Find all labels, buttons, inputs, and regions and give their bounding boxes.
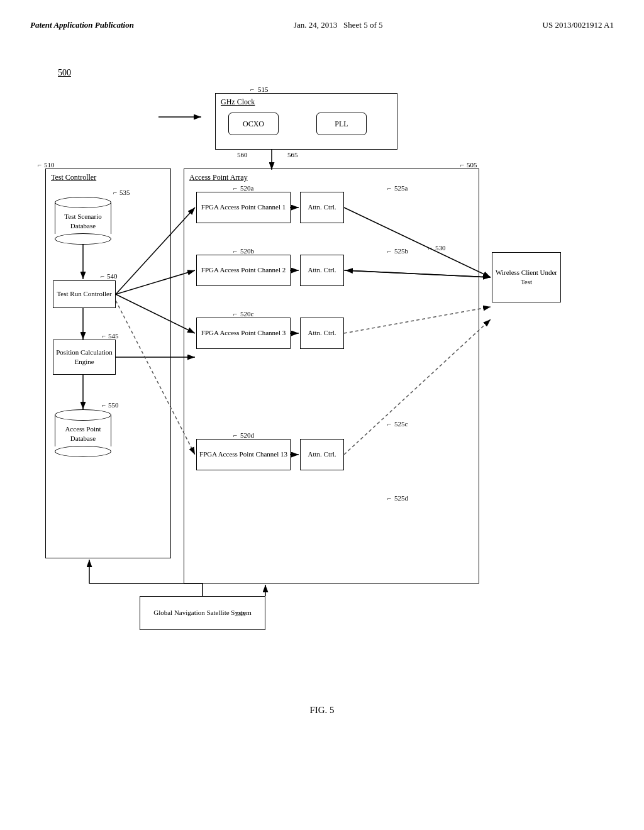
cyl-bottom-1 bbox=[55, 233, 111, 245]
header-left: Patent Application Publication bbox=[30, 20, 134, 30]
fpga-ch13-box: FPGA Access Point Channel 13 bbox=[196, 439, 291, 470]
test-run-controller-box: Test Run Controller bbox=[53, 280, 116, 308]
ref-540: 540 bbox=[107, 272, 118, 280]
ref-535: 535 bbox=[119, 189, 130, 196]
attn-ctrl-d-box: Attn. Ctrl. bbox=[300, 439, 344, 470]
cyl-top-2 bbox=[55, 409, 111, 421]
ref-550-brace: ⌐ bbox=[102, 401, 106, 409]
ghz-clock-box: GHz Clock OCXO PLL bbox=[215, 93, 397, 150]
ref-525a: 525a bbox=[394, 184, 408, 192]
ref-550: 550 bbox=[108, 401, 119, 409]
cyl-bottom-2 bbox=[55, 446, 111, 457]
wireless-client-box: Wireless Client Under Test bbox=[492, 252, 561, 302]
ref-555: 555 bbox=[235, 610, 246, 617]
access-point-array-title: Access Point Array bbox=[189, 173, 248, 182]
ref-510: 510 bbox=[44, 161, 55, 169]
test-controller-title: Test Controller bbox=[51, 173, 96, 182]
attn-ctrl-b-box: Attn. Ctrl. bbox=[300, 255, 344, 286]
ref-520c-brace: ⌐ bbox=[233, 310, 237, 318]
ref-530-brace: ⌐ bbox=[428, 244, 432, 252]
ref-520a: 520a bbox=[240, 184, 253, 192]
ghz-clock-title: GHz Clock bbox=[221, 97, 255, 107]
fpga-ch3-box: FPGA Access Point Channel 3 bbox=[196, 318, 291, 349]
ref-565: 565 bbox=[287, 151, 298, 158]
test-scenario-db-cylinder: Test Scenario Database bbox=[55, 197, 111, 245]
pll-box: PLL bbox=[316, 113, 367, 135]
access-point-db-cylinder: Access Point Database bbox=[55, 409, 111, 457]
ref-525b: 525b bbox=[394, 247, 408, 255]
access-point-array-box: Access Point Array bbox=[184, 169, 479, 584]
page-header: Patent Application Publication Jan. 24, … bbox=[0, 0, 644, 30]
ref-525a-brace: ⌐ bbox=[387, 184, 391, 192]
ocxo-box: OCXO bbox=[228, 113, 279, 135]
ref-525b-brace: ⌐ bbox=[387, 247, 391, 255]
ref-520d: 520d bbox=[240, 431, 254, 439]
ref-510-brace: ⌐ bbox=[38, 161, 42, 169]
ref-505: 505 bbox=[467, 161, 477, 169]
ref-520d-brace: ⌐ bbox=[233, 431, 237, 439]
ref-525c-brace: ⌐ bbox=[387, 420, 391, 428]
ref-540-brace: ⌐ bbox=[101, 272, 104, 280]
header-right: US 2013/0021912 A1 bbox=[543, 20, 614, 30]
ref-530: 530 bbox=[435, 244, 446, 252]
gnss-box: Global Navigation Satellite System bbox=[140, 596, 265, 630]
cyl-top-1 bbox=[55, 197, 111, 208]
ref-535-brace: ⌐ bbox=[113, 189, 117, 196]
ref-545: 545 bbox=[108, 332, 119, 340]
fpga-ch1-box: FPGA Access Point Channel 1 bbox=[196, 192, 291, 223]
ref-520c: 520c bbox=[240, 310, 253, 318]
ref-520b: 520b bbox=[240, 247, 254, 255]
ref-560: 560 bbox=[237, 151, 248, 158]
position-calc-box: Position Calculation Engine bbox=[53, 340, 116, 375]
attn-ctrl-a-box: Attn. Ctrl. bbox=[300, 192, 344, 223]
ref-520a-brace: ⌐ bbox=[233, 184, 237, 192]
ref-515: 515 bbox=[258, 86, 269, 93]
ref-545-brace: ⌐ bbox=[102, 332, 106, 340]
attn-ctrl-c-box: Attn. Ctrl. bbox=[300, 318, 344, 349]
ref-520b-brace: ⌐ bbox=[233, 247, 237, 255]
figure-label: FIG. 5 bbox=[309, 705, 334, 716]
header-center: Jan. 24, 2013 Sheet 5 of 5 bbox=[294, 20, 383, 30]
ref-525c: 525c bbox=[394, 420, 408, 428]
diagram-number: 500 bbox=[58, 68, 71, 78]
ref-525d-brace: ⌐ bbox=[387, 494, 391, 502]
diagram-area: 500 GHz Clock OCXO PLL 515 ⌐ 560 565 Tes… bbox=[39, 68, 605, 728]
fpga-ch2-box: FPGA Access Point Channel 2 bbox=[196, 255, 291, 286]
ref-525d: 525d bbox=[394, 494, 408, 502]
ref-505-brace: ⌐ bbox=[460, 161, 464, 169]
ref-515-brace: ⌐ bbox=[250, 86, 254, 93]
